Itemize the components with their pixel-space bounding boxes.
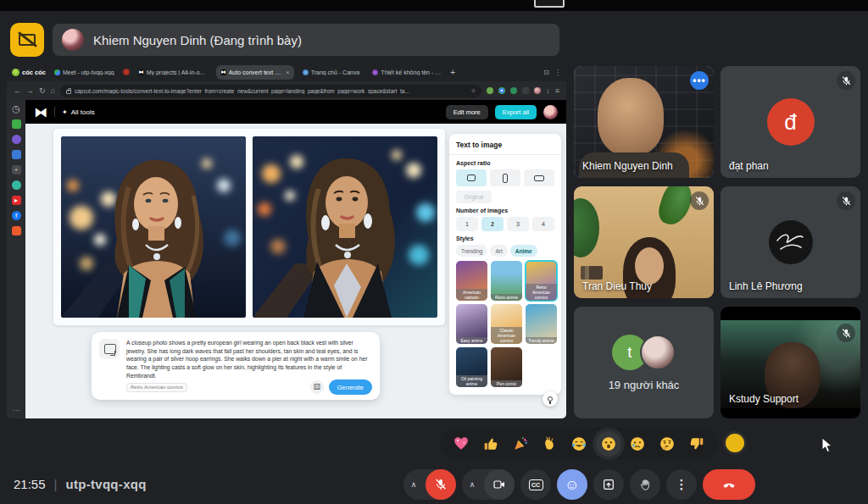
aspect-portrait-button[interactable] [490,169,520,186]
reaction-clap[interactable] [537,431,562,457]
home-icon[interactable]: ⌂ [51,86,55,95]
count-1-button[interactable]: 1 [456,217,478,231]
shopee-icon[interactable] [12,226,21,235]
capcut-logo-icon[interactable]: ⧓ [34,104,47,120]
capcut-favicon-icon: ⧓ [220,69,226,75]
participant-tile-khiem[interactable]: ••• Khiem Nguyen Dinh [574,66,714,178]
style-tile[interactable]: Trendy anime [526,304,557,344]
back-icon[interactable]: ← [14,86,21,95]
edit-more-button[interactable]: Edit more [446,105,488,119]
styles-tab-anime[interactable]: Anime [510,245,537,257]
participant-tile-linh[interactable]: Linh Lê Phương [721,186,860,298]
present-screen-button[interactable] [593,469,624,500]
mail-icon[interactable] [12,150,21,159]
count-2-button[interactable]: 2 [481,217,504,231]
camera-options-chevron-icon[interactable]: ∧ [462,480,482,489]
generated-image-1[interactable] [61,136,246,318]
bookmark-star-icon[interactable]: ☆ [470,87,476,94]
more-vertical-icon: ⋮ [676,477,688,492]
reaction-cry[interactable] [625,431,650,457]
meet-favicon-icon [54,69,60,75]
style-tile[interactable]: Classic American comics [491,304,522,344]
leave-call-button[interactable] [703,469,755,500]
mic-options-chevron-icon[interactable]: ∧ [403,480,424,489]
close-tab-icon[interactable]: × [284,69,290,76]
sidebar-more-icon[interactable]: ⋯ [12,406,21,415]
youtube-icon[interactable]: ▸ [12,196,21,205]
browser-menu-icon[interactable]: ≡ [555,86,559,95]
style-tile-selected[interactable]: Retro American comics [526,261,557,301]
facebook-icon[interactable]: f [12,211,21,220]
count-3-button[interactable]: 3 [507,217,529,231]
participant-tile-kstudy[interactable]: Kstudy Support [721,307,860,418]
tab-design[interactable]: Thiết kế không tên - Bài đăng [368,65,446,80]
reaction-thumbs-up[interactable] [478,431,504,457]
export-all-button[interactable]: Export all [495,105,537,119]
address-bar[interactable]: capcut.com/magic-tools/convert-text-to-i… [60,85,481,97]
reaction-thumbs-down[interactable] [684,431,709,457]
add-shortcut-icon[interactable]: + [12,165,21,174]
style-tile[interactable]: Retro anime [491,261,522,301]
capcut-header: ⧓ ✦ All tools Edit more Export all [25,100,566,124]
download-icon[interactable]: ↓ [546,86,550,95]
history-icon[interactable]: ◷ [12,104,21,114]
extensions-puzzle-icon[interactable] [522,87,529,94]
stop-presenting-button[interactable] [10,23,44,57]
aspect-landscape-button[interactable] [524,169,554,186]
presenter-pill[interactable]: Khiem Nguyen Dinh (Đang trình bày) [53,24,559,56]
tips-button[interactable] [542,391,558,407]
sidebar-app-icon[interactable] [12,180,21,190]
aspect-square-button[interactable] [456,169,487,186]
participant-tile-dat-phan[interactable]: đ đạt phan [721,66,860,178]
reactions-button[interactable]: ☺ [557,469,587,500]
forward-icon[interactable]: → [26,86,34,95]
count-4-button[interactable]: 4 [532,217,554,231]
tile-more-options-button[interactable]: ••• [690,71,709,90]
tab-canva[interactable]: Trang chủ - Canva [298,65,364,80]
tab-search-icon[interactable]: ⊡ [543,69,549,76]
camera-toggle-button[interactable] [484,469,515,500]
generate-button[interactable]: Generate [329,379,372,395]
reaction-thinking[interactable] [654,431,680,457]
captions-button[interactable]: CC [520,469,551,500]
reaction-joy[interactable] [566,431,592,457]
new-tab-button[interactable]: + [450,68,455,77]
reload-icon[interactable]: ↻ [39,86,46,95]
extension-icon[interactable] [498,87,505,94]
participant-tile-tran[interactable]: Tran Dieu Thuy [574,186,714,298]
url-text: capcut.com/magic-tools/convert-text-to-i… [75,88,467,94]
browser-profile-avatar[interactable] [534,87,541,94]
all-tools-menu[interactable]: ✦ All tools [62,108,95,116]
style-tile[interactable]: American cartoon [456,261,487,301]
style-tile[interactable]: Easy anime [456,304,487,344]
tab-meet[interactable]: Meet - utp-tvqq-xqq [50,65,119,80]
original-ratio-button[interactable]: Original [456,191,492,203]
skin-tone-button[interactable] [723,431,747,455]
extension-icon[interactable] [510,87,517,94]
capcut-account-avatar[interactable] [543,105,558,119]
tabstrip-menu-icon[interactable]: ⋮ [554,69,561,76]
raise-hand-button[interactable] [630,469,660,500]
presenter-name: Khiem Nguyen Dinh (Đang trình bày) [93,33,302,47]
reaction-sparkling-heart[interactable] [448,431,474,457]
styles-tab-art[interactable]: Art [490,245,507,257]
adblock-extension-icon[interactable] [487,87,493,94]
more-options-button[interactable]: ⋮ [666,469,697,500]
tab-my-projects[interactable]: ⧓ My projects | All-in-one video [134,65,212,80]
reaction-party-popper[interactable] [508,431,533,457]
style-tag[interactable]: Retro American comics [126,383,187,392]
generated-image-2[interactable] [253,136,437,318]
mic-toggle-button[interactable] [426,469,456,500]
participant-tile-others[interactable]: t 19 người khác [574,307,714,418]
style-tile[interactable]: Pen comic [491,347,522,387]
prompt-text[interactable]: A closeup photo shows a pretty european … [126,339,372,379]
style-tile[interactable]: Oil painting anime [456,347,487,387]
shuffle-prompt-icon[interactable]: ⚄ [310,380,324,394]
pinned-tab-icon[interactable] [123,69,130,75]
styles-tab-trending[interactable]: Trending [456,245,487,257]
sidebar-app-icon[interactable] [12,135,21,144]
coccoc-brand[interactable]: cốc cốc [12,69,46,76]
sidebar-app-icon[interactable] [12,119,21,129]
reaction-surprised[interactable] [596,431,621,457]
tab-text-to-image[interactable]: ⧓ Auto convert text to image × [216,65,294,80]
